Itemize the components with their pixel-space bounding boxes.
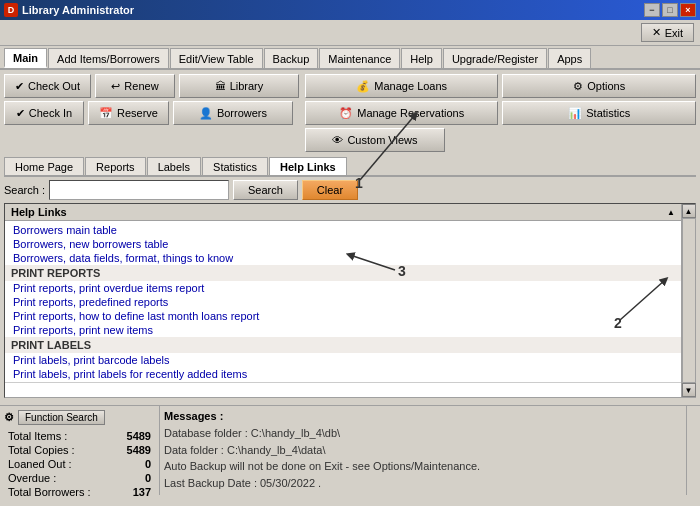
total-copies-value: 5489 xyxy=(117,444,153,456)
help-item[interactable]: Borrowers, data fields, format, things t… xyxy=(5,251,681,265)
renew-icon: ↩ xyxy=(111,80,120,93)
overdue-value: 0 xyxy=(117,472,153,484)
exit-label: Exit xyxy=(665,27,683,39)
options-icon: ⚙ xyxy=(573,80,583,93)
tab-main[interactable]: Main xyxy=(4,48,47,68)
tab-backup[interactable]: Backup xyxy=(264,48,319,68)
minimize-button[interactable]: − xyxy=(644,3,660,17)
scroll-up-button[interactable]: ▲ xyxy=(682,204,696,218)
search-button-label: Search xyxy=(248,184,283,196)
tab-help-links[interactable]: Help Links xyxy=(269,157,347,175)
statistics-button[interactable]: 📊 Statistics xyxy=(502,101,696,125)
scroll-down-button[interactable]: ▼ xyxy=(682,383,696,397)
borrowers-label: Borrowers xyxy=(217,107,267,119)
check-in-icon: ✔ xyxy=(16,107,25,120)
check-out-icon: ✔ xyxy=(15,80,24,93)
clear-button-label: Clear xyxy=(317,184,343,196)
reserve-label: Reserve xyxy=(117,107,158,119)
reserve-icon: 📅 xyxy=(99,107,113,120)
check-out-label: Check Out xyxy=(28,80,80,92)
tab-help[interactable]: Help xyxy=(401,48,442,68)
scroll-up-indicator: ▲ xyxy=(667,208,675,217)
scroll-track[interactable] xyxy=(682,218,696,383)
clear-button[interactable]: Clear xyxy=(302,180,358,200)
messages-header: Messages : xyxy=(164,410,682,422)
total-items-label: Total Items : xyxy=(6,430,115,442)
custom-views-label: Custom Views xyxy=(347,134,417,146)
library-label: Library xyxy=(230,80,264,92)
loaned-out-value: 0 xyxy=(117,458,153,470)
function-search-button[interactable]: Function Search xyxy=(18,410,105,425)
search-button[interactable]: Search xyxy=(233,180,298,200)
tab-home-page[interactable]: Home Page xyxy=(4,157,84,175)
tab-upgrade[interactable]: Upgrade/Register xyxy=(443,48,547,68)
function-search-label: Function Search xyxy=(25,412,98,423)
close-window-button[interactable]: × xyxy=(680,3,696,17)
help-links-header: Help Links ▲ xyxy=(5,204,681,221)
check-out-button[interactable]: ✔ Check Out xyxy=(4,74,91,98)
help-item[interactable]: Print labels, print labels for recently … xyxy=(5,367,681,383)
help-item[interactable]: Borrowers main table xyxy=(5,223,681,237)
help-list: Borrowers main table Borrowers, new borr… xyxy=(5,221,681,385)
total-borrowers-label: Total Borrowers : xyxy=(6,486,115,498)
main-content: ✔ Check Out ↩ Renew 🏛 Library ✔ xyxy=(0,70,700,405)
help-item[interactable]: Print reports, print new items xyxy=(5,323,681,337)
help-item[interactable]: Print reports, print overdue items repor… xyxy=(5,281,681,295)
overdue-label: Overdue : xyxy=(6,472,115,484)
help-links-title: Help Links xyxy=(11,206,67,218)
help-links-content: Help Links ▲ Borrowers main table Borrow… xyxy=(5,204,681,397)
custom-views-button[interactable]: 👁 Custom Views xyxy=(305,128,445,152)
tab-edit-view[interactable]: Edit/View Table xyxy=(170,48,263,68)
status-table: Total Items : 5489 Total Copies : 5489 L… xyxy=(4,428,155,500)
status-bar: ⚙ Function Search Total Items : 5489 Tot… xyxy=(0,405,700,495)
help-item[interactable]: Borrowers, new borrowers table xyxy=(5,237,681,251)
message-4: Last Backup Date : 05/30/2022 . xyxy=(164,475,682,492)
messages-scrollbar[interactable] xyxy=(686,406,700,495)
secondary-tabs: Home Page Reports Labels Statistics Help… xyxy=(4,155,696,177)
help-item[interactable]: Print labels, print barcode labels xyxy=(5,353,681,367)
borrowers-icon: 👤 xyxy=(199,107,213,120)
title-bar: D Library Administrator − □ × xyxy=(0,0,700,20)
renew-label: Renew xyxy=(124,80,158,92)
manage-res-label: Manage Reservations xyxy=(357,107,464,119)
options-button[interactable]: ⚙ Options xyxy=(502,74,696,98)
manage-res-icon: ⏰ xyxy=(339,107,353,120)
app-icon: D xyxy=(4,3,18,17)
options-label: Options xyxy=(587,80,625,92)
renew-button[interactable]: ↩ Renew xyxy=(95,74,175,98)
tab-add-items[interactable]: Add Items/Borrowers xyxy=(48,48,169,68)
help-list-scrollbar[interactable]: ▲ ▼ xyxy=(681,204,695,397)
total-copies-label: Total Copies : xyxy=(6,444,115,456)
help-links-panel: Help Links ▲ Borrowers main table Borrow… xyxy=(4,203,696,398)
library-icon: 🏛 xyxy=(215,80,226,92)
total-borrowers-value: 137 xyxy=(117,486,153,498)
status-right-panel: Messages : Database folder : C:\handy_lb… xyxy=(160,406,686,495)
help-item[interactable]: Print reports, predefined reports xyxy=(5,295,681,309)
window-title: Library Administrator xyxy=(22,4,134,16)
message-2: Data folder : C:\handy_lb_4\data\ xyxy=(164,442,682,459)
exit-button[interactable]: ✕ Exit xyxy=(641,23,694,42)
help-section-print-reports: PRINT REPORTS xyxy=(5,265,681,281)
function-icon: ⚙ xyxy=(4,411,14,424)
menu-tabs: Main Add Items/Borrowers Edit/View Table… xyxy=(0,46,700,70)
reserve-button[interactable]: 📅 Reserve xyxy=(88,101,169,125)
total-items-value: 5489 xyxy=(117,430,153,442)
maximize-button[interactable]: □ xyxy=(662,3,678,17)
tab-labels[interactable]: Labels xyxy=(147,157,201,175)
tab-maintenance[interactable]: Maintenance xyxy=(319,48,400,68)
search-input[interactable] xyxy=(49,180,229,200)
search-bar: Search : Search Clear xyxy=(4,180,696,200)
manage-reservations-button[interactable]: ⏰ Manage Reservations xyxy=(305,101,499,125)
search-label: Search : xyxy=(4,184,45,196)
manage-loans-button[interactable]: 💰 Manage Loans xyxy=(305,74,499,98)
check-in-button[interactable]: ✔ Check In xyxy=(4,101,84,125)
tab-statistics[interactable]: Statistics xyxy=(202,157,268,175)
exit-icon: ✕ xyxy=(652,26,661,39)
borrowers-button[interactable]: 👤 Borrowers xyxy=(173,101,293,125)
help-item[interactable]: Print reports, how to define last month … xyxy=(5,309,681,323)
manage-loans-label: Manage Loans xyxy=(374,80,447,92)
tab-reports[interactable]: Reports xyxy=(85,157,146,175)
custom-views-icon: 👁 xyxy=(332,134,343,146)
tab-apps[interactable]: Apps xyxy=(548,48,591,68)
library-button[interactable]: 🏛 Library xyxy=(179,74,299,98)
